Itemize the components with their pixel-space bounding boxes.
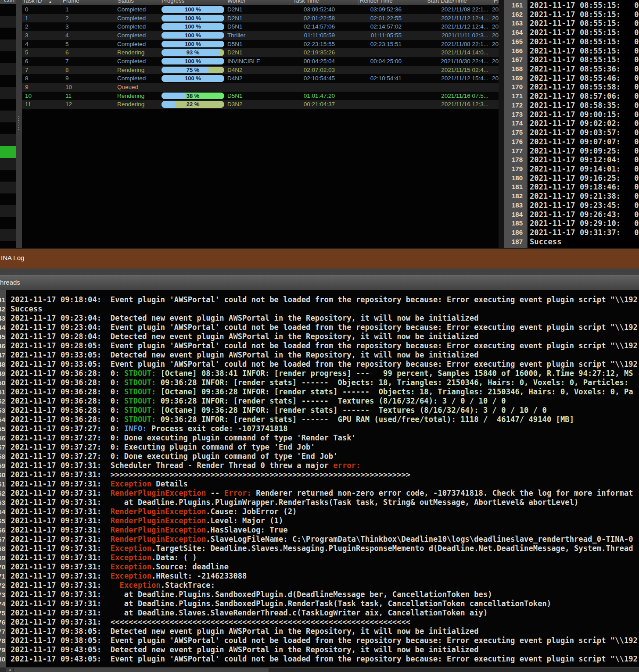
log-line: 2021-11-17 09:28:04: Detected new event … — [8, 332, 639, 341]
horizontal-scrollbar[interactable]: ◄ — [0, 667, 639, 672]
cell-finish-date — [492, 48, 499, 57]
log-line: 2021-11-17 09:38:05: Detected new event … — [8, 627, 639, 636]
line-number: 59 — [0, 461, 6, 470]
column-header[interactable]: Render Time — [360, 0, 392, 4]
job-row[interactable] — [0, 217, 16, 229]
job-row[interactable] — [0, 158, 16, 170]
task-row[interactable]: 34CompletedThriller01:11:05:5901:11:05:5… — [22, 31, 499, 40]
job-row[interactable] — [0, 28, 16, 39]
cell-finish-date: 20 — [492, 22, 499, 31]
log-text: 2021-11-17 09:37:31: Scheduler Thread - … — [11, 461, 333, 470]
cell-start-date — [403, 83, 488, 92]
cell-status: Rendering — [117, 92, 161, 100]
scroll-left-icon[interactable]: ◄ — [6, 668, 13, 672]
column-splitter[interactable] — [16, 0, 22, 248]
cell-start-date: 2021/11/08 22:1... — [403, 40, 488, 49]
job-row[interactable] — [0, 182, 16, 193]
cell-render-time — [336, 48, 402, 57]
cell-finish-date — [492, 66, 499, 75]
task-row[interactable]: 56RenderingD2N102:19:35:262021/11/14 14:… — [22, 48, 499, 57]
job-row[interactable] — [0, 134, 16, 146]
task-row[interactable]: 78RenderingD4N202:07:02:032021/11/15 02:… — [22, 66, 499, 75]
job-row[interactable] — [0, 229, 16, 241]
task-row[interactable]: 45CompletedD5N102:23:15:5502:23:15:51202… — [22, 40, 499, 49]
worker-log-lines: 2021-11-17 08:55:15: 0:2021-11-17 08:55:… — [528, 0, 639, 248]
cell-render-time — [336, 66, 402, 75]
cell-worker: D2N1 — [227, 48, 290, 57]
log-line: 2021-11-17 09:02:02: 0: — [528, 119, 639, 128]
log-line: 2021-11-17 09:07:07: 0: — [528, 137, 639, 147]
threads-bar[interactable]: hreads — [0, 275, 639, 291]
task-row[interactable]: 12CompletedD2N102:01:22:5802:01:22:55202… — [22, 14, 499, 23]
scroll-thumb[interactable] — [14, 668, 269, 672]
column-header[interactable]: Worker — [227, 0, 246, 4]
task-row[interactable]: 67CompletedINVINCIBLE00:04:25:0400:04:25… — [22, 57, 499, 66]
task-row[interactable]: 910Queued — [22, 83, 499, 92]
job-row-active[interactable] — [0, 146, 16, 158]
job-row[interactable] — [0, 241, 16, 248]
log-line: 2021-11-17 08:55:46: 0: — [528, 74, 639, 83]
log-text: 2021-11-17 09:37:27: 0: — [11, 424, 124, 433]
column-header[interactable]: Start Date/Time — [427, 0, 467, 4]
log-text: 2021-11-17 09:37:31: — [11, 553, 111, 562]
task-row[interactable]: 01CompletedD2N103:09:52:4003:09:52:36202… — [22, 5, 499, 14]
cell-render-time: 01:11:05:55 — [336, 31, 402, 40]
job-row[interactable] — [0, 170, 16, 182]
column-header[interactable]: Frame — [63, 0, 79, 4]
job-row[interactable] — [0, 205, 16, 217]
line-number: 169 — [504, 74, 527, 83]
column-header[interactable]: Status — [118, 0, 134, 4]
log-text: 2021-11-17 09:28:05: Event plugin 'AWSPo… — [11, 341, 638, 350]
log-text: -- — [206, 489, 224, 497]
task-row[interactable]: 1112RenderingD3N200:21:04:372021/11/16 1… — [22, 100, 499, 109]
job-row[interactable] — [0, 39, 16, 51]
job-row[interactable] — [0, 193, 16, 205]
line-number: 164 — [504, 28, 527, 37]
job-row[interactable] — [0, 75, 16, 87]
job-row[interactable] — [0, 63, 16, 75]
task-row[interactable]: 1011RenderingD5N101:01:47:202021/11/16 0… — [22, 92, 499, 100]
stdout-label: STDOUT: — [124, 387, 161, 396]
cell-frame: 8 — [65, 66, 109, 75]
progress-bar: 100 % — [162, 75, 224, 82]
log-text: .Data: ( ) — [151, 553, 197, 562]
log-line: 2021-11-17 09:37:31: Exception.Source: d… — [8, 562, 639, 572]
log-text: 2021-11-17 09:37:31: — [11, 572, 111, 580]
log-line: 2021-11-17 09:31:37: 0: — [528, 228, 639, 237]
job-row[interactable] — [0, 16, 16, 28]
job-row[interactable] — [0, 4, 16, 16]
job-row[interactable] — [0, 51, 16, 63]
job-row[interactable] — [0, 122, 16, 134]
log-text: 2021-11-17 09:33:05: Detected new event … — [11, 350, 479, 359]
cell-status: Completed — [117, 74, 161, 83]
job-row[interactable] — [0, 111, 16, 122]
cell-worker: D2N1 — [227, 14, 290, 23]
tina-log-bar[interactable]: INA Log — [0, 248, 639, 269]
log-text: .TargetSite: Deadline.Slaves.Messaging.P… — [151, 544, 633, 553]
log-line: 2021-11-17 09:37:31: at Deadline.Slaves.… — [8, 608, 639, 618]
line-number: 177 — [504, 147, 527, 156]
column-header[interactable]: Task Time — [293, 0, 319, 4]
task-row[interactable]: 89CompletedD4N202:10:54:4502:10:54:41202… — [22, 74, 499, 83]
log-line: 2021-11-17 09:28:05: Event plugin 'AWSPo… — [8, 341, 639, 350]
column-header[interactable]: Fi — [494, 0, 499, 4]
line-number: 176 — [504, 137, 527, 147]
column-header[interactable]: Progress — [162, 0, 184, 4]
progress-label: 100 % — [162, 23, 224, 30]
jobs-header-label: Con — [0, 0, 16, 4]
log-line: 2021-11-17 09:23:04: Detected new event … — [8, 314, 639, 323]
line-number: 184 — [504, 210, 527, 219]
cell-status: Rendering — [117, 100, 161, 109]
cell-status: Completed — [117, 31, 161, 40]
progress-label: 100 % — [162, 32, 224, 39]
task-header[interactable]: Task IDFrameStatusProgressWorkerTask Tim… — [22, 0, 499, 5]
task-row[interactable]: 23CompletedD5N102:14:57:0602:14:57:02202… — [22, 22, 499, 31]
job-row[interactable] — [0, 87, 16, 99]
job-row[interactable] — [0, 99, 16, 111]
progress-bar: 100 % — [162, 41, 224, 48]
log-line: 2021-11-17 08:55:15: 0: — [528, 1, 639, 10]
progress-bar: 100 % — [162, 32, 224, 39]
cell-finish-date — [492, 100, 499, 109]
jobs-panel: Con — [0, 0, 16, 248]
column-header[interactable]: Task ID — [23, 0, 42, 4]
